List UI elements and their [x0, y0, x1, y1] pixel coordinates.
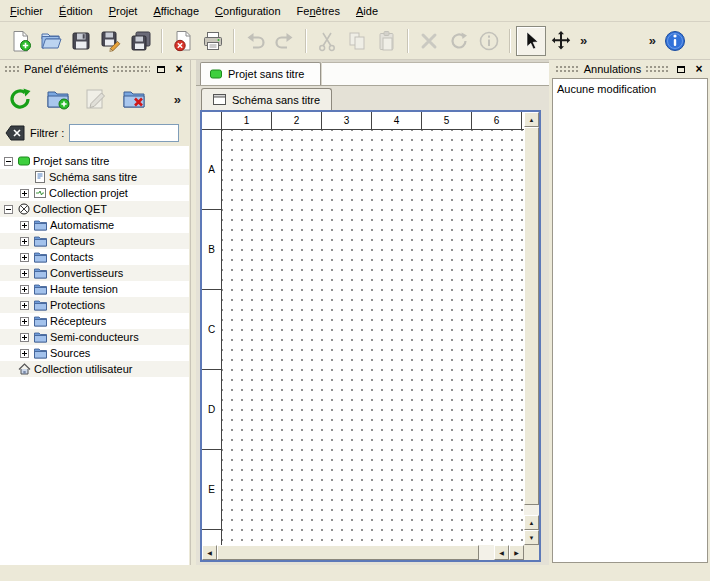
move-tool-button[interactable]: [546, 26, 576, 56]
print-button[interactable]: [198, 26, 228, 56]
tab-projet-sans-titre[interactable]: Projet sans titre: [200, 62, 321, 85]
column-ruler-cell: 6: [472, 112, 522, 129]
scroll-left-button[interactable]: ◀: [202, 545, 217, 560]
undo-button[interactable]: [240, 26, 270, 56]
elements-panel-titlebar[interactable]: Panel d'éléments ×: [0, 60, 190, 78]
clear-filter-button[interactable]: [5, 125, 25, 141]
tools-overflow-icon[interactable]: »: [576, 33, 591, 48]
dock-grip[interactable]: [4, 65, 20, 73]
dock-grip[interactable]: [645, 65, 670, 73]
tree-item-convertisseurs[interactable]: Convertisseurs: [0, 265, 189, 281]
delete-button[interactable]: [414, 26, 444, 56]
tree-item-label: Automatisme: [50, 219, 114, 231]
paste-button[interactable]: [372, 26, 402, 56]
expand-expander-icon[interactable]: [20, 253, 29, 262]
qelectrotech-window: Fichier Édition Projet Affichage Configu…: [0, 0, 710, 581]
edit-element-button[interactable]: [81, 84, 111, 114]
horizontal-scroll-thumb[interactable]: [217, 545, 479, 560]
dock-grip[interactable]: [112, 65, 150, 73]
menu-fichier[interactable]: Fichier: [2, 2, 51, 20]
close-document-button[interactable]: [168, 26, 198, 56]
cut-button[interactable]: [312, 26, 342, 56]
float-dock-button[interactable]: [154, 62, 168, 76]
expand-expander-icon[interactable]: [20, 237, 29, 246]
project-icon: [18, 155, 30, 167]
collections-tree[interactable]: Projet sans titre Schéma sans titre Coll…: [0, 146, 189, 565]
collapse-expander-icon[interactable]: [4, 157, 13, 166]
panel-overflow-icon[interactable]: »: [170, 92, 185, 107]
undo-history-list[interactable]: Aucune modification: [552, 78, 708, 563]
collapse-expander-icon[interactable]: [4, 205, 13, 214]
main-toolbar: » »: [0, 22, 710, 60]
tree-item-collection-projet[interactable]: Collection projet: [0, 185, 189, 201]
menu-edition[interactable]: Édition: [51, 2, 101, 20]
tree-item-schema-sans-titre[interactable]: Schéma sans titre: [0, 169, 189, 185]
menu-affichage[interactable]: Affichage: [145, 2, 207, 20]
project-icon: [210, 68, 222, 80]
tree-item-contacts[interactable]: Contacts: [0, 249, 189, 265]
scroll-right-button[interactable]: ▶: [509, 545, 524, 560]
new-document-button[interactable]: [6, 26, 36, 56]
undo-history-root-item[interactable]: Aucune modification: [557, 81, 703, 96]
close-dock-button[interactable]: ×: [692, 62, 706, 76]
expand-expander-icon[interactable]: [20, 285, 29, 294]
menu-aide[interactable]: Aide: [348, 2, 386, 20]
float-dock-button[interactable]: [674, 62, 688, 76]
delete-element-button[interactable]: [119, 84, 149, 114]
tabbar-empty-area: [322, 62, 549, 85]
scroll-down-button[interactable]: ▼: [524, 530, 539, 545]
column-ruler-cell: 2: [272, 112, 322, 129]
dock-grip[interactable]: [555, 65, 580, 73]
rotate-button[interactable]: [444, 26, 474, 56]
info-button[interactable]: [474, 26, 504, 56]
undo-dock-titlebar[interactable]: Annulations ×: [551, 60, 710, 78]
tree-item-protections[interactable]: Protections: [0, 297, 189, 313]
expand-expander-icon[interactable]: [20, 221, 29, 230]
save-all-button[interactable]: [126, 26, 156, 56]
save-button[interactable]: [66, 26, 96, 56]
expand-expander-icon[interactable]: [20, 301, 29, 310]
menu-label-part: ichier: [17, 5, 43, 17]
tree-item-collection-qet[interactable]: Collection QET: [0, 201, 189, 217]
scroll-left-button[interactable]: ◀: [494, 545, 509, 560]
tree-item-collection-utilisateur[interactable]: Collection utilisateur: [0, 361, 189, 377]
tab-schema-sans-titre[interactable]: Schéma sans titre: [201, 88, 332, 110]
reload-collections-button[interactable]: [5, 84, 35, 114]
tree-item-semi-conducteurs[interactable]: Semi-conducteurs: [0, 329, 189, 345]
menu-projet[interactable]: Projet: [101, 2, 146, 20]
expand-expander-icon[interactable]: [20, 333, 29, 342]
tree-item-haute-tension[interactable]: Haute tension: [0, 281, 189, 297]
redo-button[interactable]: [270, 26, 300, 56]
vertical-scrollbar[interactable]: ▲ ▲ ▼: [524, 112, 539, 545]
expand-expander-icon[interactable]: [20, 269, 29, 278]
tree-item-recepteurs[interactable]: Récepteurs: [0, 313, 189, 329]
expand-expander-icon[interactable]: [20, 317, 29, 326]
tree-item-label: Sources: [50, 347, 90, 359]
menu-configuration[interactable]: Configuration: [207, 2, 288, 20]
menu-fenetres[interactable]: Fenêtres: [289, 2, 348, 20]
move-arrows-icon: [550, 30, 572, 52]
vertical-scroll-thumb[interactable]: [524, 127, 539, 505]
reload-icon: [8, 87, 32, 111]
save-as-button[interactable]: [96, 26, 126, 56]
copy-button[interactable]: [342, 26, 372, 56]
tree-item-automatisme[interactable]: Automatisme: [0, 217, 189, 233]
select-tool-button[interactable]: [516, 26, 546, 56]
diagram-canvas[interactable]: [222, 130, 524, 545]
open-document-button[interactable]: [36, 26, 66, 56]
tree-item-sources[interactable]: Sources: [0, 345, 189, 361]
about-qet-button[interactable]: [660, 26, 690, 56]
expand-expander-icon[interactable]: [20, 349, 29, 358]
schema-view[interactable]: 1 2 3 4 5 6 A B C D E: [200, 110, 541, 562]
expand-expander-icon[interactable]: [20, 189, 29, 198]
scroll-up-button[interactable]: ▲: [524, 515, 539, 530]
tree-item-capteurs[interactable]: Capteurs: [0, 233, 189, 249]
filter-input[interactable]: [69, 124, 179, 142]
scroll-up-button[interactable]: ▲: [524, 112, 539, 127]
tree-item-projet-sans-titre[interactable]: Projet sans titre: [0, 153, 189, 169]
new-element-button[interactable]: [43, 84, 73, 114]
tree-item-label: Capteurs: [50, 235, 95, 247]
help-overflow-icon[interactable]: »: [645, 33, 660, 48]
close-dock-button[interactable]: ×: [172, 62, 186, 76]
horizontal-scrollbar[interactable]: ◀ ◀ ▶: [202, 545, 524, 560]
